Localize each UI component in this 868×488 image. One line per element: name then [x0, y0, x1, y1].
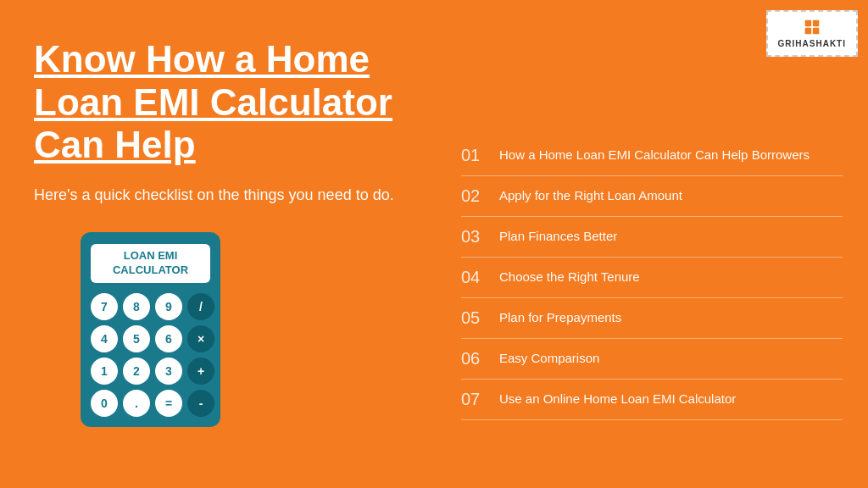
subtitle: Here's a quick checklist on the things y…	[34, 184, 424, 207]
main-title: Know How a Home Loan EMI Calculator Can …	[34, 38, 424, 167]
checklist-item: 06Easy Comparison	[461, 339, 843, 380]
item-number: 04	[461, 268, 499, 287]
item-number: 01	[461, 146, 499, 165]
item-number: 02	[461, 186, 499, 206]
item-text: Use an Online Home Loan EMI Calculator	[499, 391, 736, 408]
item-text: Plan for Prepayments	[499, 309, 621, 326]
calc-button[interactable]: 4	[91, 325, 118, 352]
calc-button[interactable]: 8	[123, 293, 150, 320]
calc-button[interactable]: 6	[155, 325, 182, 352]
calc-button[interactable]: 9	[155, 293, 182, 320]
item-number: 05	[461, 308, 499, 328]
logo-container: GRIHASHAKTI	[766, 10, 858, 57]
checklist-item: 01How a Home Loan EMI Calculator Can Hel…	[461, 136, 843, 176]
item-number: 03	[461, 227, 499, 247]
checklist-item: 05Plan for Prepayments	[461, 298, 843, 339]
calc-button[interactable]: 1	[91, 358, 118, 385]
item-number: 06	[461, 349, 499, 369]
calculator-label: LOAN EMI CALCULATOR	[91, 244, 210, 283]
logo-text: GRIHASHAKTI	[778, 39, 846, 48]
calc-button[interactable]: 7	[91, 293, 118, 320]
svg-rect-3	[813, 28, 820, 35]
checklist-item: 07Use an Online Home Loan EMI Calculator	[461, 380, 843, 420]
left-panel: Know How a Home Loan EMI Calculator Can …	[34, 38, 424, 427]
right-panel: 01How a Home Loan EMI Calculator Can Hel…	[461, 136, 843, 420]
calc-button[interactable]: =	[155, 390, 182, 417]
checklist-item: 04Choose the Right Tenure	[461, 258, 843, 298]
grihashakti-icon	[804, 19, 821, 36]
item-text: Plan Finances Better	[499, 228, 617, 245]
item-text: Apply for the Right Loan Amount	[499, 187, 682, 204]
calc-button[interactable]: -	[187, 390, 214, 417]
checklist-item: 03Plan Finances Better	[461, 217, 843, 258]
calc-button[interactable]: .	[123, 390, 150, 417]
calculator-grid: 789/456×123+0.=-	[91, 293, 210, 417]
calc-button[interactable]: ×	[187, 325, 214, 352]
calc-button[interactable]: 2	[123, 358, 150, 385]
svg-rect-1	[813, 20, 820, 27]
calc-button[interactable]: 0	[91, 390, 118, 417]
item-number: 07	[461, 390, 499, 409]
calc-button[interactable]: 3	[155, 358, 182, 385]
checklist-item: 02Apply for the Right Loan Amount	[461, 176, 843, 217]
item-text: Easy Comparison	[499, 350, 599, 367]
item-text: How a Home Loan EMI Calculator Can Help …	[499, 147, 810, 164]
svg-rect-0	[804, 20, 811, 27]
calc-button[interactable]: 5	[123, 325, 150, 352]
calculator-widget: LOAN EMI CALCULATOR 789/456×123+0.=-	[81, 232, 220, 427]
svg-rect-2	[804, 28, 811, 35]
calc-button[interactable]: +	[187, 358, 214, 385]
calc-button[interactable]: /	[187, 293, 214, 320]
item-text: Choose the Right Tenure	[499, 269, 640, 286]
